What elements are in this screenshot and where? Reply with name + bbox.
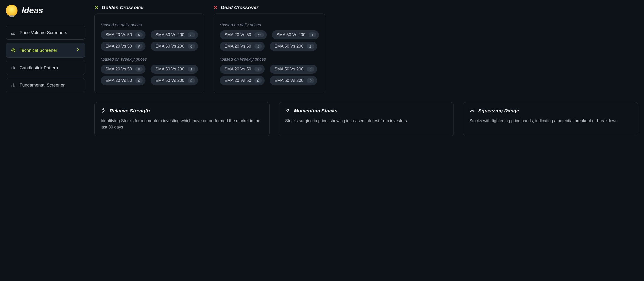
count-badge: 1 [309,32,316,37]
chip-ema-20-50[interactable]: EMA 20 Vs 500 [101,42,146,51]
target-icon [11,48,16,53]
cross-icon: ✕ [94,5,98,10]
count-badge: 0 [135,78,143,83]
chip-ema-20-50[interactable]: EMA 20 Vs 500 [220,76,265,85]
sidebar-item-label: Fundamental Screener [20,82,64,88]
sidebar-item-fundamental[interactable]: Fundamental Screener [6,78,85,92]
count-badge: 5 [254,44,262,49]
sidebar-item-label: Technical Screener [20,48,57,53]
subheading: *based on Weekly prices [101,57,198,62]
sidebar-item-candlestick[interactable]: Candlestick Pattern [6,61,85,75]
count-badge: 0 [188,44,195,49]
count-badge: 0 [188,32,195,37]
svg-rect-3 [13,66,14,69]
count-badge: 0 [306,67,314,72]
sidebar-item-label: Price Volume Screeners [20,30,67,35]
count-badge: 2 [306,44,314,49]
chip-sma-50-200[interactable]: SMA 50 Vs 2000 [270,64,317,74]
subheading: *based on daily prices [220,22,319,28]
bolt-icon [101,108,106,114]
chip-ema-20-50[interactable]: EMA 20 Vs 505 [220,42,265,51]
chip-sma-20-50[interactable]: SMA 20 Vs 500 [101,30,146,40]
subheading: *based on daily prices [101,22,198,28]
count-badge: 3 [254,67,262,72]
chip-ema-50-200[interactable]: EMA 50 Vs 2000 [270,76,317,85]
chip-sma-20-50[interactable]: SMA 20 Vs 5011 [220,30,267,40]
info-title: Momentum Stocks [294,108,338,114]
chevron-right-icon [76,47,80,53]
count-badge: 0 [306,78,314,83]
sidebar-item-price-volume[interactable]: Price Volume Screeners [6,26,85,40]
dead-crossover-card: *based on daily prices SMA 20 Vs 5011 SM… [214,14,325,93]
bars-icon [11,82,16,88]
chip-ema-50-200[interactable]: EMA 50 Vs 2002 [270,42,317,51]
info-desc: Stocks surging in price, showing increas… [285,118,448,124]
count-badge: 11 [254,32,264,37]
svg-point-1 [12,50,14,51]
svg-rect-4 [14,68,15,69]
chart-icon [11,30,16,35]
cross-icon: ✕ [214,5,218,10]
svg-rect-2 [12,67,12,68]
chip-sma-50-200[interactable]: SMA 50 Vs 2001 [272,30,319,40]
info-title: Relative Strength [110,108,150,114]
chip-sma-20-50[interactable]: SMA 20 Vs 500 [101,64,146,74]
card-title-dead: Dead Crossover [221,5,258,10]
golden-crossover-card: *based on daily prices SMA 20 Vs 500 SMA… [94,14,204,93]
chip-sma-20-50[interactable]: SMA 20 Vs 503 [220,64,265,74]
info-title: Squeezing Range [478,108,519,114]
chip-ema-20-50[interactable]: EMA 20 Vs 500 [101,76,146,85]
card-title-golden: Golden Crossover [102,5,144,10]
svg-point-0 [12,48,15,52]
squeezing-range-card[interactable]: Squeezing Range Stocks with tightening p… [463,102,638,136]
info-desc: Identifying Stocks for momentum investin… [101,118,263,130]
subheading: *based on Weekly prices [220,57,319,62]
chip-sma-50-200[interactable]: SMA 50 Vs 2001 [150,64,198,74]
squeeze-icon [469,108,475,114]
chip-ema-50-200[interactable]: EMA 50 Vs 2000 [150,42,198,51]
relative-strength-card[interactable]: Relative Strength Identifying Stocks for… [94,102,270,136]
page-title: Ideas [22,6,43,16]
chip-sma-50-200[interactable]: SMA 50 Vs 2000 [150,30,198,40]
lightbulb-icon [6,5,18,16]
rocket-icon [285,108,291,114]
info-desc: Stocks with tightening price bands, indi… [469,118,632,124]
chip-ema-50-200[interactable]: EMA 50 Vs 2000 [150,76,198,85]
candlestick-icon [11,65,16,70]
sidebar-item-label: Candlestick Pattern [20,65,58,70]
count-badge: 0 [188,78,195,83]
sidebar-item-technical[interactable]: Technical Screener [6,43,85,58]
momentum-stocks-card[interactable]: Momentum Stocks Stocks surging in price,… [279,102,454,136]
count-badge: 1 [188,67,195,72]
count-badge: 0 [135,32,143,37]
count-badge: 0 [254,78,262,83]
count-badge: 0 [135,67,143,72]
count-badge: 0 [135,44,143,49]
